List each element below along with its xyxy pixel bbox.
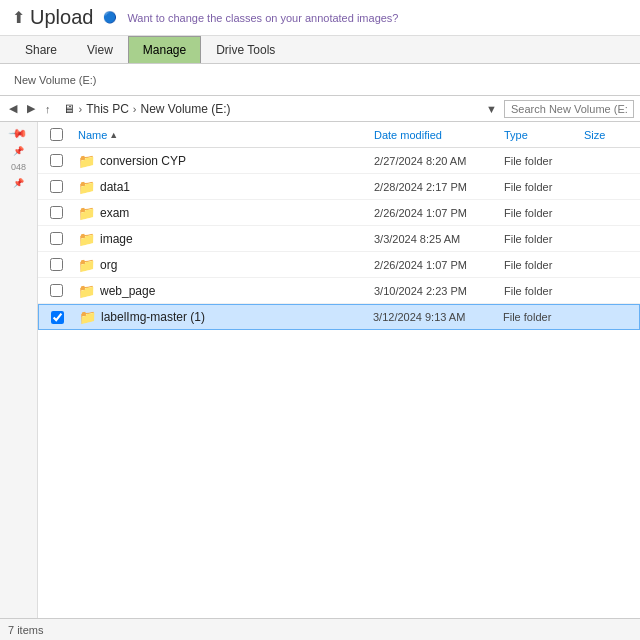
row-checkbox-3[interactable]: [50, 232, 63, 245]
file-name-2: exam: [100, 206, 129, 220]
file-name-1: data1: [100, 180, 130, 194]
folder-icon-2: 📁: [78, 205, 95, 221]
upload-button[interactable]: ⬆ Upload: [12, 6, 93, 29]
row-date-4: 2/26/2024 1:07 PM: [370, 259, 500, 271]
file-name-6: labelImg-master (1): [101, 310, 205, 324]
row-name-4: 📁 org: [74, 257, 370, 273]
item-count: 7 items: [8, 624, 43, 636]
active-tab-path: New Volume (E:): [14, 74, 97, 86]
row-check-4[interactable]: [38, 258, 74, 271]
pin-icon-3: 📌: [13, 178, 24, 188]
change-classes-link[interactable]: Want to change the classes on your annot…: [127, 12, 398, 24]
row-checkbox-5[interactable]: [50, 284, 63, 297]
breadcrumb-thispc: This PC: [86, 102, 129, 116]
row-checkbox-4[interactable]: [50, 258, 63, 271]
select-all-checkbox[interactable]: [50, 128, 63, 141]
tab-view[interactable]: View: [72, 36, 128, 63]
table-row[interactable]: 📁 exam 2/26/2024 1:07 PM File folder: [38, 200, 640, 226]
row-name-5: 📁 web_page: [74, 283, 370, 299]
folder-icon-6: 📁: [79, 309, 96, 325]
search-input[interactable]: [504, 100, 634, 118]
table-row[interactable]: 📁 web_page 3/10/2024 2:23 PM File folder: [38, 278, 640, 304]
row-checkbox-2[interactable]: [50, 206, 63, 219]
row-checkbox-0[interactable]: [50, 154, 63, 167]
back-button[interactable]: ◀: [6, 101, 20, 116]
top-banner: ⬆ Upload 🔵 Want to change the classes on…: [0, 0, 640, 36]
breadcrumb[interactable]: 🖥 › This PC › New Volume (E:): [58, 100, 480, 118]
row-type-5: File folder: [500, 285, 580, 297]
ribbon-content: New Volume (E:): [0, 63, 640, 95]
expand-button[interactable]: ▼: [483, 103, 500, 115]
ribbon-tabs: Share View Manage Drive Tools: [0, 36, 640, 63]
file-name-5: web_page: [100, 284, 155, 298]
row-check-2[interactable]: [38, 206, 74, 219]
folder-icon-5: 📁: [78, 283, 95, 299]
row-date-3: 3/3/2024 8:25 AM: [370, 233, 500, 245]
tab-drive-tools[interactable]: Drive Tools: [201, 36, 290, 63]
row-name-6: 📁 labelImg-master (1): [75, 309, 369, 325]
row-type-0: File folder: [500, 155, 580, 167]
table-row[interactable]: 📁 labelImg-master (1) 3/12/2024 9:13 AM …: [38, 304, 640, 330]
row-check-3[interactable]: [38, 232, 74, 245]
up-button[interactable]: ↑: [42, 102, 54, 116]
row-name-2: 📁 exam: [74, 205, 370, 221]
row-name-3: 📁 image: [74, 231, 370, 247]
file-name-4: org: [100, 258, 117, 272]
table-row[interactable]: 📁 org 2/26/2024 1:07 PM File folder: [38, 252, 640, 278]
row-check-6[interactable]: [39, 311, 75, 324]
tab-manage[interactable]: Manage: [128, 36, 201, 63]
row-type-6: File folder: [499, 311, 579, 323]
upload-icon: ⬆: [12, 8, 25, 27]
table-row[interactable]: 📁 image 3/3/2024 8:25 AM File folder: [38, 226, 640, 252]
upload-label: Upload: [30, 6, 93, 29]
column-headers: Name ▲ Date modified Type Size: [38, 122, 640, 148]
tab-share[interactable]: Share: [10, 36, 72, 63]
folder-icon-4: 📁: [78, 257, 95, 273]
row-name-1: 📁 data1: [74, 179, 370, 195]
col-header-name[interactable]: Name ▲: [74, 129, 370, 141]
col-header-size[interactable]: Size: [580, 129, 640, 141]
breadcrumb-pc: 🖥: [63, 102, 75, 116]
pin-icon-2: 📌: [13, 146, 24, 156]
file-area: 📌 📌 048 📌 Name ▲ Date modified Type Size: [0, 122, 640, 620]
table-row[interactable]: 📁 conversion CYP 2/27/2024 8:20 AM File …: [38, 148, 640, 174]
row-type-1: File folder: [500, 181, 580, 193]
left-panel: 📌 📌 048 📌: [0, 122, 38, 620]
row-date-6: 3/12/2024 9:13 AM: [369, 311, 499, 323]
file-rows-container: 📁 conversion CYP 2/27/2024 8:20 AM File …: [38, 148, 640, 330]
row-type-4: File folder: [500, 259, 580, 271]
row-checkbox-6[interactable]: [51, 311, 64, 324]
col-header-type[interactable]: Type: [500, 129, 580, 141]
select-all-check[interactable]: [38, 128, 74, 141]
row-date-5: 3/10/2024 2:23 PM: [370, 285, 500, 297]
breadcrumb-volume: New Volume (E:): [141, 102, 231, 116]
folder-icon-3: 📁: [78, 231, 95, 247]
question-icon: 🔵: [103, 11, 117, 24]
status-bar: 7 items: [0, 618, 640, 640]
row-type-3: File folder: [500, 233, 580, 245]
row-date-1: 2/28/2024 2:17 PM: [370, 181, 500, 193]
row-date-2: 2/26/2024 1:07 PM: [370, 207, 500, 219]
ribbon: Share View Manage Drive Tools New Volume…: [0, 36, 640, 96]
address-bar: ◀ ▶ ↑ 🖥 › This PC › New Volume (E:) ▼: [0, 96, 640, 122]
pin-icon-1: 📌: [8, 123, 29, 144]
file-list: Name ▲ Date modified Type Size 📁 convers…: [38, 122, 640, 620]
forward-button[interactable]: ▶: [24, 101, 38, 116]
folder-icon-0: 📁: [78, 153, 95, 169]
row-date-0: 2/27/2024 8:20 AM: [370, 155, 500, 167]
row-check-1[interactable]: [38, 180, 74, 193]
file-name-0: conversion CYP: [100, 154, 186, 168]
file-name-3: image: [100, 232, 133, 246]
row-check-5[interactable]: [38, 284, 74, 297]
quick-access-label: 048: [11, 162, 26, 172]
table-row[interactable]: 📁 data1 2/28/2024 2:17 PM File folder: [38, 174, 640, 200]
row-checkbox-1[interactable]: [50, 180, 63, 193]
folder-icon-1: 📁: [78, 179, 95, 195]
row-type-2: File folder: [500, 207, 580, 219]
row-check-0[interactable]: [38, 154, 74, 167]
sort-arrow-name: ▲: [109, 130, 118, 140]
row-name-0: 📁 conversion CYP: [74, 153, 370, 169]
col-header-date[interactable]: Date modified: [370, 129, 500, 141]
